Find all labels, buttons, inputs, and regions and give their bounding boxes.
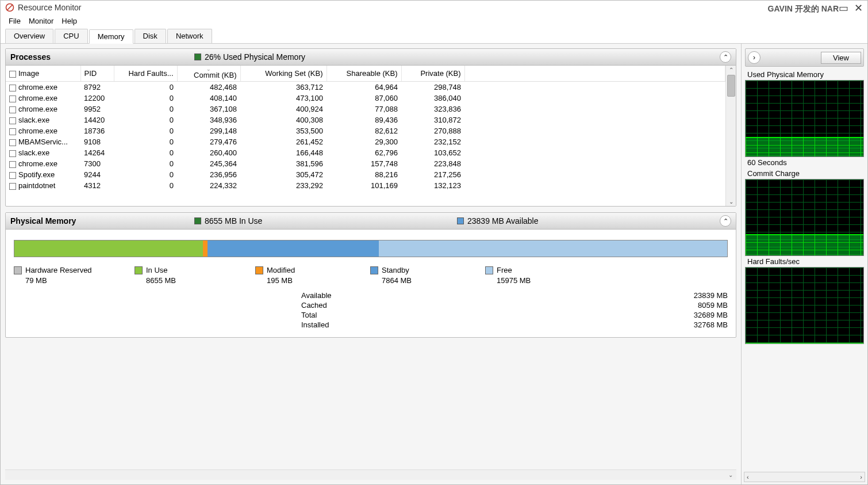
row-checkbox[interactable] — [9, 161, 16, 168]
legend-label: Standby — [382, 265, 412, 276]
table-row[interactable]: slack.exe142640260,400166,44862,796103,6… — [6, 147, 725, 158]
hscroll-right-icon[interactable]: › — [860, 473, 862, 480]
select-all-checkbox[interactable] — [9, 71, 16, 78]
legend-item: Hardware Reserved79 MB — [14, 265, 135, 285]
tab-memory[interactable]: Memory — [89, 29, 133, 44]
summary-value: 8059 MB — [517, 301, 728, 310]
scroll-up-icon[interactable]: ⌃ — [729, 67, 733, 73]
mini-chart — [745, 267, 864, 344]
main-hscroll[interactable]: ⌄ — [5, 469, 736, 480]
row-checkbox[interactable] — [9, 106, 16, 113]
window-title: Resource Monitor — [18, 3, 82, 12]
maximize-icon[interactable]: ▭ — [839, 3, 848, 13]
mini-chart — [745, 80, 864, 157]
table-row[interactable]: Spotify.exe92440236,956305,47288,216217,… — [6, 169, 725, 180]
watermark: GAVIN 开发的 NAR — [768, 4, 839, 14]
side-expand-icon[interactable]: › — [748, 51, 761, 64]
hscroll-left-icon[interactable]: ‹ — [747, 473, 749, 480]
legend-label: In Use — [146, 265, 176, 276]
summary-label: Available — [301, 291, 509, 300]
svg-line-1 — [7, 5, 13, 10]
row-checkbox[interactable] — [9, 117, 16, 124]
table-row[interactable]: chrome.exe122000408,140473,10087,060386,… — [6, 93, 725, 104]
app-window: Resource Monitor GAVIN 开发的 NAR ▭ ✕ File … — [0, 0, 868, 485]
legend-color-square — [14, 266, 22, 274]
collapse-physical-icon[interactable]: ⌃ — [720, 215, 731, 227]
tab-disk[interactable]: Disk — [135, 29, 166, 43]
row-checkbox[interactable] — [9, 172, 16, 179]
available-stat: 23839 MB Available — [457, 216, 720, 226]
col-shareable[interactable]: Shareable (KB) — [327, 66, 401, 82]
col-pid[interactable]: PID — [80, 66, 114, 82]
processes-table-wrap: Image PID Hard Faults... ⌄Commit (KB) Wo… — [6, 66, 736, 206]
legend-label: Free — [497, 265, 531, 276]
scroll-thumb[interactable] — [727, 75, 735, 97]
col-working-set[interactable]: Working Set (KB) — [240, 66, 327, 82]
collapse-processes-icon[interactable]: ⌃ — [720, 51, 731, 63]
col-private[interactable]: Private (KB) — [401, 66, 464, 82]
in-use-text: 8655 MB In Use — [205, 216, 262, 226]
legend-value: 8655 MB — [146, 276, 176, 286]
chart-label: Commit Charge — [745, 168, 864, 179]
scroll-down-icon[interactable]: ⌄ — [729, 198, 733, 205]
table-row[interactable]: MBAMServic...91080279,476261,45229,30023… — [6, 136, 725, 147]
processes-table: Image PID Hard Faults... ⌄Commit (KB) Wo… — [6, 66, 725, 191]
memory-bar-segment — [379, 240, 727, 257]
tab-overview[interactable]: Overview — [5, 29, 53, 43]
close-icon[interactable]: ✕ — [854, 3, 863, 13]
memory-bar — [14, 240, 728, 257]
side-panel: › View Used Physical Memory60 SecondsCom… — [741, 44, 867, 484]
legend-label: Modified — [267, 265, 295, 276]
row-checkbox[interactable] — [9, 183, 16, 190]
mini-chart — [745, 179, 864, 256]
table-row[interactable]: chrome.exe73000245,364381,596157,748223,… — [6, 158, 725, 169]
row-checkbox[interactable] — [9, 128, 16, 135]
view-button[interactable]: View — [821, 52, 861, 64]
table-row[interactable]: paintdotnet43120224,332233,292101,169132… — [6, 180, 725, 191]
app-icon — [5, 3, 14, 12]
row-checkbox[interactable] — [9, 150, 16, 157]
physical-memory-title: Physical Memory — [10, 216, 194, 226]
physical-memory-header[interactable]: Physical Memory 8655 MB In Use 23839 MB … — [6, 213, 736, 230]
summary-label: Cached — [301, 301, 509, 310]
summary-value: 32768 MB — [517, 320, 728, 329]
processes-title: Processes — [10, 52, 194, 62]
memory-bar-segment — [208, 240, 379, 257]
tab-network[interactable]: Network — [167, 29, 212, 43]
table-row[interactable]: chrome.exe87920482,468363,71264,964298,7… — [6, 82, 725, 93]
col-commit[interactable]: ⌄Commit (KB) — [177, 66, 240, 82]
available-text: 23839 MB Available — [467, 216, 539, 226]
col-spacer — [464, 66, 725, 82]
table-row[interactable]: chrome.exe99520367,108400,92477,088323,8… — [6, 104, 725, 114]
table-row[interactable]: chrome.exe187360299,148353,50082,612270,… — [6, 125, 725, 136]
row-checkbox[interactable] — [9, 139, 16, 146]
memory-summary: Available23839 MBCached8059 MBTotal32689… — [301, 291, 728, 329]
processes-header[interactable]: Processes 26% Used Physical Memory ⌃ — [6, 49, 736, 66]
memory-bar-segment — [14, 240, 203, 257]
col-hard-faults[interactable]: Hard Faults... — [114, 66, 177, 82]
summary-label: Total — [301, 311, 509, 319]
menu-monitor[interactable]: Monitor — [29, 17, 53, 25]
row-checkbox[interactable] — [9, 96, 16, 102]
legend-item: Free15975 MB — [485, 265, 600, 285]
legend-color-square — [135, 266, 143, 274]
menu-file[interactable]: File — [9, 17, 21, 25]
tab-cpu[interactable]: CPU — [55, 29, 87, 43]
processes-scrollbar[interactable]: ⌃ ⌄ — [725, 66, 736, 206]
physical-memory-body: Hardware Reserved79 MBIn Use8655 MBModif… — [6, 230, 736, 337]
menu-help[interactable]: Help — [62, 17, 77, 25]
side-hscroll[interactable]: ‹ › — [744, 472, 865, 482]
legend-label: Hardware Reserved — [25, 265, 92, 276]
main-column: Processes 26% Used Physical Memory ⌃ Ima… — [1, 44, 741, 484]
titlebar: Resource Monitor GAVIN 开发的 NAR ▭ ✕ — [1, 1, 867, 14]
legend-color-square — [370, 266, 378, 274]
summary-value: 23839 MB — [517, 291, 728, 300]
legend-color-square — [255, 266, 263, 274]
table-row[interactable]: slack.exe144200348,936400,30889,436310,8… — [6, 114, 725, 125]
row-checkbox[interactable] — [9, 85, 16, 91]
memory-bar-segment — [203, 240, 207, 257]
in-use-stat: 8655 MB In Use — [194, 216, 457, 226]
processes-stat: 26% Used Physical Memory — [194, 52, 720, 62]
summary-label: Installed — [301, 320, 509, 329]
col-image[interactable]: Image — [6, 66, 80, 82]
